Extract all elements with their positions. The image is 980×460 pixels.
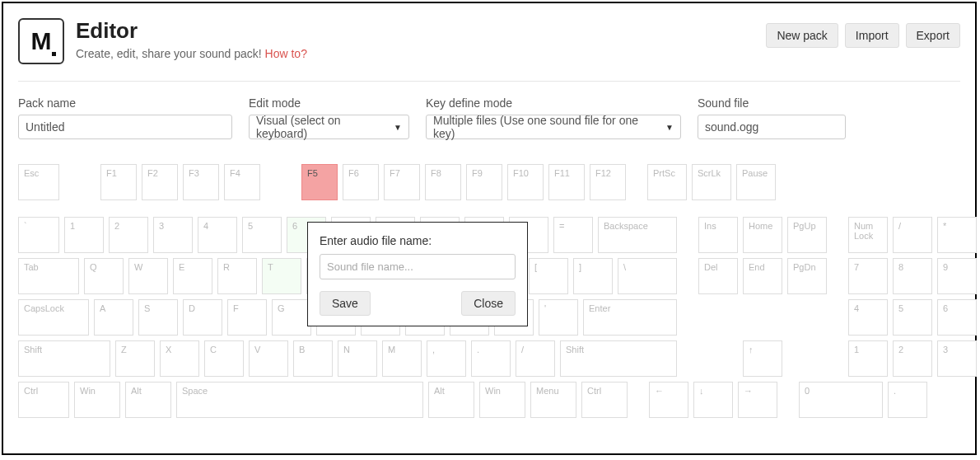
key-w[interactable]: W [128, 258, 168, 294]
close-button[interactable]: Close [461, 291, 516, 316]
key-[interactable]: → [738, 382, 777, 418]
key-prtsc[interactable]: PrtSc [647, 164, 687, 200]
new-pack-button[interactable]: New pack [766, 23, 838, 48]
key-8[interactable]: 8 [893, 258, 932, 294]
key-f2[interactable]: F2 [142, 164, 178, 200]
key-d[interactable]: D [183, 299, 222, 336]
key-del[interactable]: Del [698, 258, 738, 294]
key-t[interactable]: T [262, 258, 301, 294]
key-[interactable]: \ [618, 258, 677, 294]
key-pgup[interactable]: PgUp [787, 217, 827, 253]
key-q[interactable]: Q [84, 258, 124, 294]
key-home[interactable]: Home [743, 217, 782, 253]
key-f8[interactable]: F8 [425, 164, 461, 200]
key-f1[interactable]: F1 [100, 164, 137, 200]
key-[interactable]: . [471, 340, 511, 377]
key-b[interactable]: B [293, 340, 333, 377]
key-space[interactable]: Space [176, 382, 423, 418]
key-f12[interactable]: F12 [590, 164, 626, 200]
key-menu[interactable]: Menu [530, 382, 576, 418]
key-z[interactable]: Z [115, 340, 155, 377]
key-ins[interactable]: Ins [698, 217, 738, 253]
key-numlock[interactable]: Num Lock [848, 217, 888, 253]
sound-file-input[interactable] [698, 115, 846, 139]
key-win[interactable]: Win [74, 382, 120, 418]
key-esc[interactable]: Esc [18, 164, 59, 200]
key-1[interactable]: 1 [64, 217, 104, 253]
key-g[interactable]: G [272, 299, 311, 336]
key-1[interactable]: 1 [848, 340, 888, 377]
key-6[interactable]: 6 [937, 299, 977, 336]
key-r[interactable]: R [217, 258, 257, 294]
key-[interactable]: ` [18, 217, 59, 253]
key-enter[interactable]: Enter [583, 299, 677, 336]
key-tab[interactable]: Tab [18, 258, 79, 294]
key-x[interactable]: X [160, 340, 199, 377]
howto-link[interactable]: How to? [265, 47, 307, 60]
filename-input[interactable] [320, 254, 516, 279]
key-mode-select[interactable]: Multiple files (Use one sound file for o… [426, 115, 681, 139]
key-f3[interactable]: F3 [183, 164, 219, 200]
key-7[interactable]: 7 [848, 258, 888, 294]
key-3[interactable]: 3 [937, 340, 977, 377]
key-9[interactable]: 9 [937, 258, 977, 294]
key-f10[interactable]: F10 [507, 164, 544, 200]
key-[interactable]: ↓ [693, 382, 733, 418]
key-[interactable]: , [427, 340, 466, 377]
key-pause[interactable]: Pause [736, 164, 776, 200]
key-end[interactable]: End [743, 258, 782, 294]
key-[interactable]: / [893, 217, 932, 253]
key-3[interactable]: 3 [153, 217, 193, 253]
chevron-down-icon: ▼ [665, 123, 674, 132]
key-[interactable]: . [888, 382, 927, 418]
key-shift[interactable]: Shift [560, 340, 677, 377]
import-button[interactable]: Import [845, 23, 899, 48]
key-2[interactable]: 2 [893, 340, 932, 377]
key-5[interactable]: 5 [242, 217, 282, 253]
key-5[interactable]: 5 [893, 299, 932, 336]
key-4[interactable]: 4 [848, 299, 888, 336]
key-v[interactable]: V [249, 340, 288, 377]
key-f[interactable]: F [227, 299, 267, 336]
key-alt[interactable]: Alt [125, 382, 171, 418]
key-[interactable]: / [516, 340, 555, 377]
key-ctrl[interactable]: Ctrl [581, 382, 628, 418]
key-e[interactable]: E [173, 258, 212, 294]
key-c[interactable]: C [204, 340, 244, 377]
key-m[interactable]: M [382, 340, 422, 377]
key-shift[interactable]: Shift [18, 340, 110, 377]
key-[interactable]: ] [573, 258, 613, 294]
logo[interactable]: M [18, 18, 64, 64]
popup-actions: Save Close [320, 291, 516, 316]
key-[interactable]: ← [649, 382, 688, 418]
edit-mode-group: Edit mode Visual (select on keyboard) ▼ [249, 96, 409, 139]
key-scrlk[interactable]: ScrLk [692, 164, 731, 200]
key-backspace[interactable]: Backspace [598, 217, 677, 253]
key-f5[interactable]: F5 [301, 164, 338, 200]
key-alt[interactable]: Alt [428, 382, 474, 418]
key-f9[interactable]: F9 [466, 164, 502, 200]
edit-mode-select[interactable]: Visual (select on keyboard) ▼ [249, 115, 409, 139]
key-a[interactable]: A [94, 299, 133, 336]
key-f4[interactable]: F4 [224, 164, 260, 200]
key-f6[interactable]: F6 [343, 164, 379, 200]
key-2[interactable]: 2 [109, 217, 148, 253]
key-[interactable]: = [553, 217, 593, 253]
key-s[interactable]: S [138, 299, 178, 336]
export-button[interactable]: Export [906, 23, 960, 48]
key-capslock[interactable]: CapsLock [18, 299, 89, 336]
key-pgdn[interactable]: PgDn [787, 258, 827, 294]
key-f11[interactable]: F11 [548, 164, 585, 200]
key-[interactable]: [ [529, 258, 568, 294]
key-n[interactable]: N [338, 340, 377, 377]
key-0[interactable]: 0 [799, 382, 883, 418]
key-[interactable]: ' [539, 299, 578, 336]
key-f7[interactable]: F7 [384, 164, 420, 200]
pack-name-input[interactable] [18, 115, 232, 139]
key-4[interactable]: 4 [198, 217, 237, 253]
save-button[interactable]: Save [320, 291, 371, 316]
key-[interactable]: ↑ [743, 340, 782, 377]
key-[interactable]: * [937, 217, 977, 253]
key-ctrl[interactable]: Ctrl [18, 382, 69, 418]
key-win[interactable]: Win [479, 382, 525, 418]
